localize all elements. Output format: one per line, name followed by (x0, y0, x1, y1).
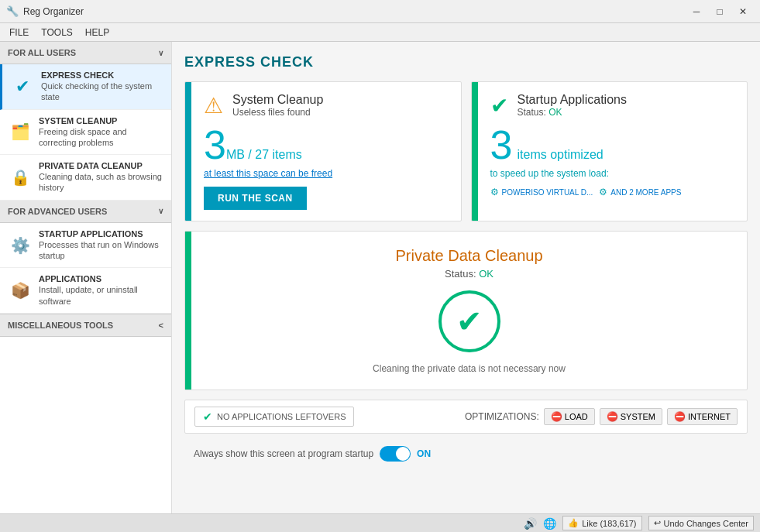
file-menu[interactable]: FILE (3, 26, 35, 39)
bottom-bar: ✔ NO APPLICATIONS LEFTOVERS OPTIMIZATION… (184, 400, 748, 434)
content-title: EXPRESS CHECK (184, 54, 748, 70)
load-icon: ⛔ (551, 411, 562, 422)
startup-card-name: Startup Applications (518, 93, 627, 107)
miscellaneous-tools-header[interactable]: MISCELLANEOUS TOOLS < (0, 314, 171, 337)
system-cleanup-title: SYSTEM CLEANUP (39, 116, 163, 125)
for-advanced-users-header[interactable]: FOR ADVANCED USERS ∨ (0, 201, 171, 223)
private-data-accent (185, 232, 191, 390)
for-all-users-label: FOR ALL USERS (8, 48, 76, 57)
close-button[interactable]: ✕ (732, 4, 754, 19)
startup-big-number: 3 items optimized (490, 125, 735, 165)
startup-icon: ⚙️ (8, 233, 33, 258)
thumbs-up-icon: 👍 (568, 518, 579, 528)
miscellaneous-chevron: < (159, 321, 163, 330)
sidebar-item-startup-applications[interactable]: ⚙️ STARTUP APPLICATIONS Processes that r… (0, 223, 171, 269)
toggle-on-label: ON (417, 448, 431, 459)
system-optimization-button[interactable]: ⛔ SYSTEM (600, 408, 662, 425)
minimize-button[interactable]: ─ (686, 4, 707, 19)
private-data-icon: 🔒 (8, 165, 33, 190)
system-cleanup-accent (185, 82, 191, 221)
sidebar-item-express-check[interactable]: ✔ EXPRESS CHECK Quick checking of the sy… (0, 64, 171, 110)
startup-card-body: ✔ Startup Applications Status: OK 3 item… (478, 82, 748, 221)
sidebar-item-applications[interactable]: 📦 APPLICATIONS Install, update, or unins… (0, 268, 171, 314)
applications-text: APPLICATIONS Install, update, or uninsta… (39, 274, 163, 307)
like-button[interactable]: 👍 Like (183,617) (562, 516, 641, 530)
no-leftovers-badge: ✔ NO APPLICATIONS LEFTOVERS (194, 407, 354, 427)
app-icon: 🔧 (6, 5, 19, 18)
sidebar-item-private-data[interactable]: 🔒 PRIVATE DATA CLEANUP Cleaning data, su… (0, 155, 171, 201)
status-bar: 🔊 🌐 👍 Like (183,617) ↩ Undo Changes Cent… (0, 513, 760, 532)
sidebar-item-system-cleanup[interactable]: 🗂️ SYSTEM CLEANUP Freeing disk space and… (0, 110, 171, 156)
run-scan-button[interactable]: RUN THE SCAN (204, 187, 307, 210)
undo-icon: ↩ (654, 518, 661, 528)
system-label: SYSTEM (621, 412, 655, 421)
private-data-card: Private Data Cleanup Status: OK ✔ Cleani… (184, 231, 748, 390)
private-data-card-body: Private Data Cleanup Status: OK ✔ Cleani… (191, 232, 747, 390)
tools-menu[interactable]: TOOLS (35, 26, 78, 39)
like-label: Like (183,617) (582, 519, 636, 528)
private-data-description: Cleaning data, such as browsing history (39, 171, 163, 194)
internet-icon: ⛔ (674, 411, 686, 422)
private-data-title: Private Data Cleanup (207, 247, 731, 265)
undo-changes-center-button[interactable]: ↩ Undo Changes Center (648, 516, 754, 530)
private-data-status: Status: OK (207, 268, 731, 280)
startup-toggle-row: Always show this screen at program start… (184, 441, 748, 466)
app1-icon: ⚙ (490, 187, 499, 197)
startup-card-info: Startup Applications Status: OK (518, 93, 627, 118)
toggle-knob (396, 447, 410, 461)
content-area: EXPRESS CHECK ⚠ System Cleanup Useless f… (172, 42, 760, 532)
app-item-2[interactable]: ⚙ AND 2 MORE APPS (599, 187, 681, 197)
load-optimization-button[interactable]: ⛔ LOAD (544, 408, 595, 425)
maximize-button[interactable]: □ (709, 4, 731, 19)
express-check-description: Quick checking of the system state (41, 81, 163, 103)
optimizations-label: OPTIMIZATIONS: (465, 411, 539, 422)
system-cleanup-card-name: System Cleanup (232, 93, 323, 107)
status-icon-1[interactable]: 🔊 (524, 517, 537, 530)
system-cleanup-text: SYSTEM CLEANUP Freeing disk space and co… (39, 116, 163, 149)
sidebar: FOR ALL USERS ∨ ✔ EXPRESS CHECK Quick ch… (0, 42, 172, 532)
system-cleanup-description: Freeing disk space and correcting proble… (39, 126, 163, 149)
for-advanced-users-label: FOR ADVANCED USERS (8, 207, 107, 216)
system-icon: ⛔ (607, 411, 618, 422)
help-menu[interactable]: HELP (79, 26, 115, 39)
express-check-text: EXPRESS CHECK Quick checking of the syst… (41, 70, 163, 103)
system-cleanup-card-header: ⚠ System Cleanup Useless files found (204, 93, 449, 118)
for-advanced-users-chevron: ∨ (158, 207, 163, 215)
system-cleanup-card: ⚠ System Cleanup Useless files found 3MB… (184, 81, 462, 221)
no-leftovers-label: NO APPLICATIONS LEFTOVERS (217, 412, 346, 421)
startup-toggle[interactable] (380, 446, 411, 462)
app-item-1[interactable]: ⚙ POWERISO VIRTUAL D... (490, 187, 593, 197)
top-cards-row: ⚠ System Cleanup Useless files found 3MB… (184, 81, 748, 221)
startup-title: STARTUP APPLICATIONS (39, 229, 163, 239)
app-title: Reg Organizer (23, 6, 686, 17)
applications-description: Install, update, or uninstall software (39, 284, 163, 307)
big-check-circle-icon: ✔ (438, 290, 500, 352)
system-cleanup-icon: 🗂️ (8, 119, 33, 144)
app2-label: AND 2 MORE APPS (610, 188, 681, 197)
app2-icon: ⚙ (599, 187, 607, 197)
internet-optimization-button[interactable]: ⛔ INTERNET (667, 408, 738, 425)
applications-icon: 📦 (8, 278, 33, 303)
system-cleanup-card-info: System Cleanup Useless files found (232, 93, 323, 118)
warning-triangle-icon: ⚠ (204, 93, 223, 118)
title-bar: 🔧 Reg Organizer ─ □ ✕ (0, 0, 760, 23)
menu-bar: FILE TOOLS HELP (0, 23, 760, 42)
main-layout: FOR ALL USERS ∨ ✔ EXPRESS CHECK Quick ch… (0, 42, 760, 532)
system-cleanup-card-status: Useless files found (232, 107, 323, 118)
for-all-users-chevron: ∨ (158, 49, 163, 57)
express-check-icon: ✔ (10, 74, 35, 99)
optimizations-section: OPTIMIZATIONS: ⛔ LOAD ⛔ SYSTEM ⛔ INTERNE… (465, 408, 738, 425)
startup-description: Processes that run on Windows startup (39, 239, 163, 262)
status-icon-2[interactable]: 🌐 (543, 517, 556, 530)
for-all-users-header[interactable]: FOR ALL USERS ∨ (0, 42, 171, 64)
system-cleanup-subtext: at least this space can be freed (204, 168, 449, 179)
private-data-title: PRIVATE DATA CLEANUP (39, 161, 163, 170)
startup-card-status: Status: OK (518, 107, 627, 118)
private-data-note: Cleaning the private data is not necessa… (207, 363, 731, 374)
window-controls: ─ □ ✕ (686, 4, 754, 19)
internet-label: INTERNET (688, 412, 731, 421)
startup-applications-card: ✔ Startup Applications Status: OK 3 item… (471, 81, 748, 221)
startup-toggle-label: Always show this screen at program start… (194, 448, 373, 459)
no-leftovers-check-icon: ✔ (203, 410, 212, 423)
express-check-title: EXPRESS CHECK (41, 70, 163, 80)
